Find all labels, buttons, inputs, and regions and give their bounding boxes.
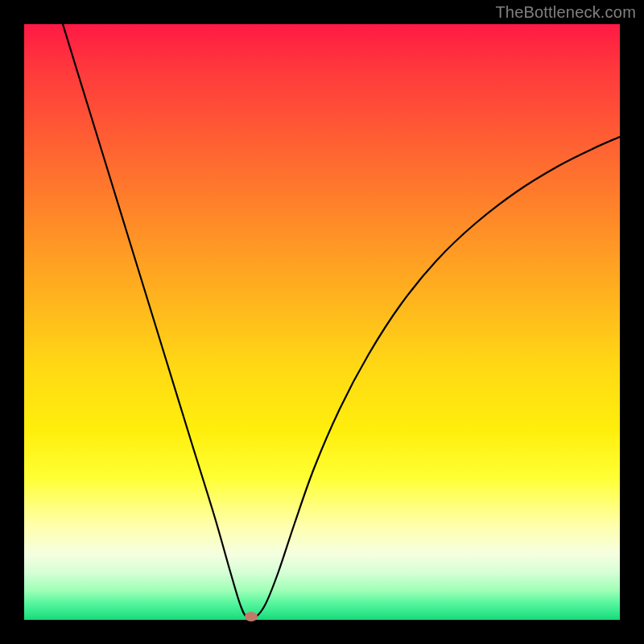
watermark-text: TheBottleneck.com bbox=[495, 3, 636, 22]
plot-area bbox=[24, 24, 620, 620]
chart-frame: TheBottleneck.com bbox=[0, 0, 644, 644]
gradient-background bbox=[24, 24, 620, 620]
optimum-marker bbox=[245, 612, 258, 621]
